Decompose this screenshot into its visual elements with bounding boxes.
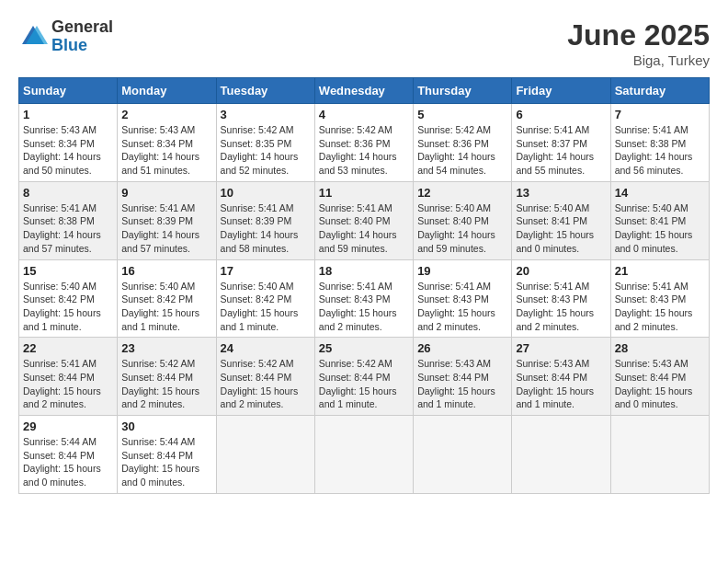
col-monday: Monday — [118, 78, 216, 104]
table-row: 26Sunrise: 5:43 AM Sunset: 8:44 PM Dayli… — [414, 338, 512, 416]
day-number: 19 — [417, 264, 507, 278]
table-row — [216, 416, 314, 494]
calendar-week-3: 15Sunrise: 5:40 AM Sunset: 8:42 PM Dayli… — [19, 259, 710, 338]
table-row: 15Sunrise: 5:40 AM Sunset: 8:42 PM Dayli… — [19, 259, 118, 338]
day-number: 25 — [319, 341, 409, 355]
table-row: 11Sunrise: 5:41 AM Sunset: 8:40 PM Dayli… — [314, 181, 413, 259]
title-block: June 2025 Biga, Turkey — [567, 18, 710, 68]
calendar-week-4: 22Sunrise: 5:41 AM Sunset: 8:44 PM Dayli… — [19, 338, 710, 416]
calendar-table: Sunday Monday Tuesday Wednesday Thursday… — [18, 77, 710, 494]
day-info: Sunrise: 5:43 AM Sunset: 8:44 PM Dayligh… — [615, 357, 705, 411]
table-row: 18Sunrise: 5:41 AM Sunset: 8:43 PM Dayli… — [314, 259, 413, 338]
col-wednesday: Wednesday — [314, 78, 413, 104]
table-row: 7Sunrise: 5:41 AM Sunset: 8:38 PM Daylig… — [610, 104, 709, 182]
day-number: 7 — [615, 108, 705, 121]
day-info: Sunrise: 5:40 AM Sunset: 8:42 PM Dayligh… — [121, 280, 211, 334]
table-row: 22Sunrise: 5:41 AM Sunset: 8:44 PM Dayli… — [19, 338, 118, 416]
calendar-week-1: 1Sunrise: 5:43 AM Sunset: 8:34 PM Daylig… — [19, 104, 710, 182]
day-number: 10 — [221, 186, 311, 200]
location: Biga, Turkey — [567, 52, 710, 68]
day-number: 13 — [516, 186, 606, 200]
day-info: Sunrise: 5:44 AM Sunset: 8:44 PM Dayligh… — [23, 435, 113, 489]
table-row: 8Sunrise: 5:41 AM Sunset: 8:38 PM Daylig… — [19, 181, 118, 259]
table-row — [512, 416, 610, 494]
day-number: 30 — [121, 419, 211, 433]
day-info: Sunrise: 5:41 AM Sunset: 8:37 PM Dayligh… — [516, 123, 606, 178]
day-number: 14 — [615, 186, 705, 200]
table-row: 29Sunrise: 5:44 AM Sunset: 8:44 PM Dayli… — [19, 416, 118, 494]
day-info: Sunrise: 5:43 AM Sunset: 8:44 PM Dayligh… — [417, 357, 507, 411]
day-number: 8 — [23, 186, 113, 200]
day-number: 3 — [221, 108, 311, 121]
table-row — [414, 416, 512, 494]
calendar-header-row: Sunday Monday Tuesday Wednesday Thursday… — [19, 78, 710, 104]
table-row: 10Sunrise: 5:41 AM Sunset: 8:39 PM Dayli… — [216, 181, 314, 259]
table-row — [610, 416, 709, 494]
table-row: 6Sunrise: 5:41 AM Sunset: 8:37 PM Daylig… — [512, 104, 610, 182]
day-info: Sunrise: 5:40 AM Sunset: 8:42 PM Dayligh… — [23, 280, 113, 334]
col-saturday: Saturday — [610, 78, 709, 104]
day-info: Sunrise: 5:41 AM Sunset: 8:38 PM Dayligh… — [615, 123, 705, 178]
day-info: Sunrise: 5:42 AM Sunset: 8:36 PM Dayligh… — [319, 123, 409, 178]
col-sunday: Sunday — [19, 78, 118, 104]
day-info: Sunrise: 5:42 AM Sunset: 8:35 PM Dayligh… — [221, 123, 311, 178]
day-number: 29 — [23, 419, 113, 433]
day-number: 15 — [23, 264, 113, 278]
table-row: 12Sunrise: 5:40 AM Sunset: 8:40 PM Dayli… — [414, 181, 512, 259]
calendar-week-2: 8Sunrise: 5:41 AM Sunset: 8:38 PM Daylig… — [19, 181, 710, 259]
table-row: 23Sunrise: 5:42 AM Sunset: 8:44 PM Dayli… — [118, 338, 216, 416]
day-info: Sunrise: 5:40 AM Sunset: 8:41 PM Dayligh… — [516, 201, 606, 256]
day-info: Sunrise: 5:43 AM Sunset: 8:34 PM Dayligh… — [23, 123, 113, 178]
day-number: 22 — [23, 341, 113, 355]
day-number: 20 — [516, 264, 606, 278]
logo: General Blue — [18, 18, 113, 55]
table-row: 24Sunrise: 5:42 AM Sunset: 8:44 PM Dayli… — [216, 338, 314, 416]
table-row: 9Sunrise: 5:41 AM Sunset: 8:39 PM Daylig… — [118, 181, 216, 259]
day-info: Sunrise: 5:41 AM Sunset: 8:39 PM Dayligh… — [121, 201, 211, 256]
table-row: 5Sunrise: 5:42 AM Sunset: 8:36 PM Daylig… — [414, 104, 512, 182]
calendar-week-5: 29Sunrise: 5:44 AM Sunset: 8:44 PM Dayli… — [19, 416, 710, 494]
day-number: 26 — [417, 341, 507, 355]
table-row — [314, 416, 413, 494]
day-number: 23 — [121, 341, 211, 355]
day-number: 6 — [516, 108, 606, 121]
day-info: Sunrise: 5:41 AM Sunset: 8:43 PM Dayligh… — [319, 280, 409, 334]
table-row: 17Sunrise: 5:40 AM Sunset: 8:42 PM Dayli… — [216, 259, 314, 338]
day-info: Sunrise: 5:41 AM Sunset: 8:43 PM Dayligh… — [615, 280, 705, 334]
day-info: Sunrise: 5:42 AM Sunset: 8:44 PM Dayligh… — [319, 357, 409, 411]
day-info: Sunrise: 5:42 AM Sunset: 8:44 PM Dayligh… — [221, 357, 311, 411]
table-row: 19Sunrise: 5:41 AM Sunset: 8:43 PM Dayli… — [414, 259, 512, 338]
day-number: 27 — [516, 341, 606, 355]
page-header: General Blue June 2025 Biga, Turkey — [18, 18, 710, 68]
table-row: 4Sunrise: 5:42 AM Sunset: 8:36 PM Daylig… — [314, 104, 413, 182]
logo-icon — [18, 22, 48, 52]
table-row: 14Sunrise: 5:40 AM Sunset: 8:41 PM Dayli… — [610, 181, 709, 259]
day-info: Sunrise: 5:44 AM Sunset: 8:44 PM Dayligh… — [121, 435, 211, 489]
table-row: 28Sunrise: 5:43 AM Sunset: 8:44 PM Dayli… — [610, 338, 709, 416]
table-row: 27Sunrise: 5:43 AM Sunset: 8:44 PM Dayli… — [512, 338, 610, 416]
day-number: 9 — [121, 186, 211, 200]
day-number: 11 — [319, 186, 409, 200]
day-info: Sunrise: 5:42 AM Sunset: 8:44 PM Dayligh… — [121, 357, 211, 411]
table-row: 16Sunrise: 5:40 AM Sunset: 8:42 PM Dayli… — [118, 259, 216, 338]
day-number: 18 — [319, 264, 409, 278]
day-number: 21 — [615, 264, 705, 278]
day-number: 12 — [417, 186, 507, 200]
day-number: 4 — [319, 108, 409, 121]
day-info: Sunrise: 5:40 AM Sunset: 8:42 PM Dayligh… — [221, 280, 311, 334]
day-info: Sunrise: 5:41 AM Sunset: 8:39 PM Dayligh… — [221, 201, 311, 256]
logo-blue-text: Blue — [51, 37, 113, 55]
day-number: 1 — [23, 108, 113, 121]
month-year: June 2025 — [567, 18, 710, 52]
table-row: 21Sunrise: 5:41 AM Sunset: 8:43 PM Dayli… — [610, 259, 709, 338]
day-number: 24 — [221, 341, 311, 355]
day-info: Sunrise: 5:43 AM Sunset: 8:34 PM Dayligh… — [121, 123, 211, 178]
day-number: 2 — [121, 108, 211, 121]
day-info: Sunrise: 5:43 AM Sunset: 8:44 PM Dayligh… — [516, 357, 606, 411]
day-info: Sunrise: 5:41 AM Sunset: 8:43 PM Dayligh… — [516, 280, 606, 334]
day-info: Sunrise: 5:40 AM Sunset: 8:40 PM Dayligh… — [417, 201, 507, 256]
day-number: 28 — [615, 341, 705, 355]
col-tuesday: Tuesday — [216, 78, 314, 104]
table-row: 30Sunrise: 5:44 AM Sunset: 8:44 PM Dayli… — [118, 416, 216, 494]
table-row: 2Sunrise: 5:43 AM Sunset: 8:34 PM Daylig… — [118, 104, 216, 182]
